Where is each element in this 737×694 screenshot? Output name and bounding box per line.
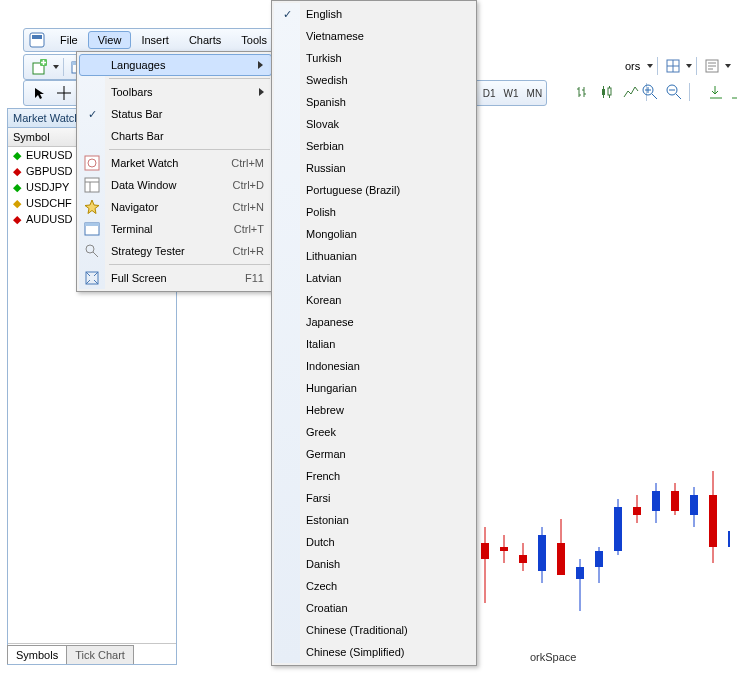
language-item[interactable]: Slovak [274,113,474,135]
menu-shortcut: Ctrl+T [234,223,272,235]
toolbar-divider [657,57,658,75]
language-label: Italian [306,338,335,350]
language-label: Vietnamese [306,30,364,42]
language-item[interactable]: Lithuanian [274,245,474,267]
period-d1-button[interactable]: D1 [479,86,500,101]
language-item[interactable]: Farsi [274,487,474,509]
bar-chart-button[interactable] [572,82,594,102]
language-item[interactable]: Italian [274,333,474,355]
toolbar-divider [689,83,690,101]
dropdown-arrow-icon[interactable] [52,65,60,69]
menu-label: Strategy Tester [111,245,233,257]
language-item[interactable]: Swedish [274,69,474,91]
language-item[interactable]: Vietnamese [274,25,474,47]
period-w1-button[interactable]: W1 [500,86,523,101]
language-label: Croatian [306,602,348,614]
arrow-down-icon: ◆ [12,166,22,176]
menu-market-watch[interactable]: Market Watch Ctrl+M [79,152,272,174]
svg-rect-25 [576,567,584,579]
menu-navigator[interactable]: Navigator Ctrl+N [79,196,272,218]
language-label: Swedish [306,74,348,86]
menu-label: Navigator [111,201,233,213]
svg-rect-8 [602,89,605,95]
svg-rect-35 [671,491,679,511]
language-label: Spanish [306,96,346,108]
language-item[interactable]: Serbian [274,135,474,157]
tab-symbols[interactable]: Symbols [7,645,67,664]
language-item[interactable]: Turkish [274,47,474,69]
language-item[interactable]: French [274,465,474,487]
language-label: Chinese (Simplified) [306,646,404,658]
file-icon [28,31,46,49]
language-item[interactable]: Russian [274,157,474,179]
cursor-button[interactable] [29,83,51,103]
language-item[interactable]: Indonesian [274,355,474,377]
language-item[interactable]: Greek [274,421,474,443]
menu-charts[interactable]: Charts [179,31,231,49]
svg-rect-29 [614,507,622,551]
symbol-label: USDJPY [26,181,69,193]
auto-scroll-button[interactable] [705,82,727,102]
symbol-label: EURUSD [26,149,72,161]
dropdown-arrow-icon[interactable] [685,64,693,68]
menu-label: Data Window [111,179,233,191]
zoom-toolbar [634,80,697,104]
data-window-icon [84,177,100,193]
menu-data-window[interactable]: Data Window Ctrl+D [79,174,272,196]
language-label: Dutch [306,536,335,548]
language-item[interactable]: Chinese (Simplified) [274,641,474,663]
crosshair-button[interactable] [53,83,75,103]
symbol-label: GBPUSD [26,165,72,177]
language-item[interactable]: Dutch [274,531,474,553]
menu-view[interactable]: View [88,31,132,49]
chart-shift-button[interactable] [729,82,737,102]
submenu-arrow-icon [258,61,263,69]
menu-charts-bar[interactable]: Charts Bar [79,125,272,147]
language-item[interactable]: Mongolian [274,223,474,245]
language-item[interactable]: Latvian [274,267,474,289]
scroll-toolbar [700,80,737,104]
language-item[interactable]: Spanish [274,91,474,113]
menu-insert[interactable]: Insert [131,31,179,49]
period-mn-button[interactable]: MN [523,86,547,101]
menu-full-screen[interactable]: Full Screen F11 [79,267,272,289]
language-label: Hungarian [306,382,357,394]
svg-rect-23 [557,543,565,575]
language-item[interactable]: Croatian [274,597,474,619]
candlestick-chart-button[interactable] [596,82,618,102]
language-item[interactable]: Polish [274,201,474,223]
arrow-down-icon: ◆ [12,214,22,224]
dropdown-arrow-icon[interactable] [724,64,732,68]
menu-strategy-tester[interactable]: Strategy Tester Ctrl+R [79,240,272,262]
periodicity-button[interactable] [662,56,684,76]
menu-toolbars[interactable]: Toolbars [79,81,272,103]
language-item[interactable]: Danish [274,553,474,575]
templates-button[interactable] [701,56,723,76]
language-item[interactable]: Hebrew [274,399,474,421]
menu-terminal[interactable]: Terminal Ctrl+T [79,218,272,240]
symbol-label: AUDUSD [26,213,72,225]
svg-rect-19 [519,555,527,563]
menu-file[interactable]: File [50,31,88,49]
symbol-label: USDCHF [26,197,72,209]
language-item[interactable]: Japanese [274,311,474,333]
dropdown-arrow-icon[interactable] [646,64,654,68]
new-chart-button[interactable] [29,57,51,77]
menu-languages[interactable]: Languages [79,54,272,76]
menu-separator [109,149,270,150]
zoom-in-button[interactable] [639,82,661,102]
language-item[interactable]: Portuguese (Brazil) [274,179,474,201]
language-item[interactable]: ✓English [274,3,474,25]
language-item[interactable]: Hungarian [274,377,474,399]
language-item[interactable]: Chinese (Traditional) [274,619,474,641]
language-item[interactable]: Korean [274,289,474,311]
language-item[interactable]: German [274,443,474,465]
tab-tick-chart[interactable]: Tick Chart [66,645,134,664]
language-item[interactable]: Czech [274,575,474,597]
language-item[interactable]: Estonian [274,509,474,531]
language-label: Mongolian [306,228,357,240]
menu-separator [109,264,270,265]
menu-status-bar[interactable]: ✓ Status Bar [79,103,272,125]
submenu-arrow-icon [259,88,264,96]
zoom-out-button[interactable] [663,82,685,102]
